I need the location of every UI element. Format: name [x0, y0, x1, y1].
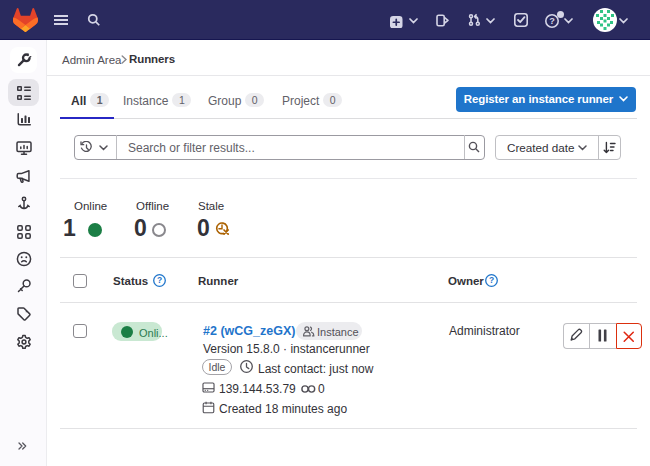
svg-text:?: ?	[489, 275, 494, 285]
svg-text:?: ?	[157, 275, 162, 285]
svg-text:?: ?	[549, 16, 555, 26]
